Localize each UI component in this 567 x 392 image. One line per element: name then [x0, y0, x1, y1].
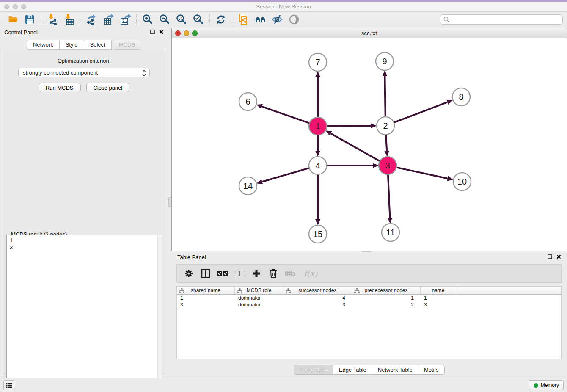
graph-edge-2-3[interactable] — [386, 135, 387, 151]
table-cell[interactable]: 3 — [421, 302, 456, 308]
search-input[interactable] — [440, 14, 563, 25]
float-table-panel-icon[interactable] — [548, 254, 552, 260]
import-network-icon[interactable] — [44, 13, 61, 26]
dropdown-stepper-icon — [142, 69, 146, 78]
zoom-out-icon[interactable] — [156, 13, 173, 26]
mcds-result-text[interactable]: 1 3 — [7, 235, 157, 392]
vertical-splitter-grip[interactable] — [168, 197, 171, 207]
table-cell[interactable]: 1 — [352, 295, 421, 301]
export-table-icon[interactable] — [100, 13, 117, 26]
close-table-panel-icon[interactable] — [556, 254, 561, 260]
tab-network-table[interactable]: Network Table — [372, 365, 418, 375]
function-builder-icon[interactable]: f(x) — [300, 266, 322, 281]
export-image-icon[interactable] — [117, 13, 134, 26]
close-panel-button[interactable]: Close panel — [86, 83, 130, 92]
graph-node-label-8: 8 — [459, 92, 463, 102]
toolbar-separator — [80, 14, 80, 25]
window-titlebar: Session: New Session — [0, 0, 567, 12]
column-header-label: predecessor nodes — [364, 287, 407, 293]
first-neighbors-icon[interactable] — [252, 13, 269, 26]
tab-style[interactable]: Style — [59, 40, 84, 50]
node-table-header: shared nameMCDS rolesuccessor nodesprede… — [177, 287, 561, 295]
network-canvas[interactable]: 7968124314101511 — [172, 38, 567, 251]
table-cell[interactable]: 4 — [284, 295, 352, 301]
result-scrollbar[interactable] — [157, 235, 162, 392]
save-session-icon[interactable] — [21, 13, 38, 26]
table-cell[interactable]: dominator — [235, 302, 284, 308]
float-panel-icon[interactable] — [150, 29, 155, 36]
tab-select[interactable]: Select — [84, 40, 112, 50]
table-cell[interactable]: 1 — [177, 295, 235, 301]
control-panel-tabs: Network Style Select MCDS — [0, 40, 168, 50]
hide-selected-icon[interactable] — [269, 13, 286, 26]
column-header-label: MCDS role — [247, 287, 272, 293]
node-table: shared nameMCDS rolesuccessor nodesprede… — [176, 286, 562, 359]
toolbar-separator — [136, 14, 137, 25]
table-row[interactable]: 1dominator411 — [177, 295, 561, 301]
table-cell[interactable]: 3 — [284, 302, 352, 308]
column-header-predecessor-nodes[interactable]: predecessor nodes — [352, 287, 421, 294]
graph-node-label-14: 14 — [243, 181, 253, 190]
graph-edge-3-1[interactable] — [330, 133, 379, 161]
deselect-all-icon[interactable] — [232, 266, 247, 281]
column-header-shared-name[interactable]: shared name — [177, 287, 235, 294]
graph-edge-1-2[interactable] — [327, 126, 371, 126]
add-column-icon[interactable] — [249, 266, 264, 281]
zoom-fit-icon[interactable] — [173, 13, 190, 26]
column-header-label: shared name — [191, 287, 220, 293]
graph-edge-3-11[interactable] — [388, 175, 390, 218]
graph-edge-1-6[interactable] — [262, 107, 309, 123]
tab-network[interactable]: Network — [27, 40, 59, 50]
table-row[interactable]: 3dominator323 — [177, 301, 561, 308]
memory-button[interactable]: Memory — [529, 380, 564, 390]
open-file-icon[interactable] — [4, 13, 21, 26]
clone-network-icon[interactable] — [235, 13, 252, 26]
toolbar-separator — [209, 14, 210, 25]
table-panel-header: Table Panel — [171, 252, 567, 262]
graph-edge-2-9[interactable] — [385, 76, 385, 116]
zoom-in-icon[interactable] — [139, 13, 156, 26]
network-graph: 7968124314101511 — [172, 38, 567, 251]
refresh-layout-icon[interactable] — [212, 13, 229, 26]
graph-edge-2-8[interactable] — [394, 102, 448, 122]
tab-mcds[interactable]: MCDS — [113, 40, 141, 50]
show-all-icon[interactable] — [286, 13, 303, 26]
table-cell[interactable]: 1 — [421, 295, 456, 301]
criterion-dropdown-value: strongly connected component — [23, 69, 98, 76]
table-toolbar: f(x) — [176, 264, 562, 283]
criterion-dropdown[interactable]: strongly connected component — [18, 68, 150, 77]
close-panel-icon[interactable] — [159, 29, 164, 36]
graph-edge-4-14[interactable] — [262, 168, 309, 182]
import-table-icon[interactable] — [61, 13, 77, 26]
tab-edge-table[interactable]: Edge Table — [333, 365, 372, 375]
delete-column-icon[interactable] — [266, 266, 281, 281]
select-all-icon[interactable] — [215, 266, 230, 281]
hierarchy-icon — [237, 288, 242, 295]
application-window: Session: New Session — [0, 0, 567, 392]
gear-icon[interactable] — [181, 266, 196, 281]
zoom-selected-icon[interactable] — [190, 13, 207, 26]
table-cell[interactable]: dominator — [235, 295, 284, 301]
search-container — [440, 14, 563, 25]
column-header-successor-nodes[interactable]: successor nodes — [284, 287, 352, 294]
column-header-name[interactable]: name — [421, 287, 456, 294]
status-list-icon[interactable] — [3, 380, 15, 390]
tab-motifs[interactable]: Motifs — [418, 365, 445, 375]
search-icon — [443, 16, 450, 24]
tab-node-table[interactable]: Node Table — [294, 365, 333, 375]
graph-node-label-4: 4 — [315, 161, 320, 170]
table-cell[interactable]: 2 — [352, 302, 421, 308]
export-network-icon[interactable] — [83, 13, 100, 26]
column-header-MCDS-role[interactable]: MCDS role — [235, 287, 284, 294]
column-header-label: name — [432, 287, 444, 293]
graph-edge-3-10[interactable] — [397, 168, 448, 179]
function-builder-label: f(x) — [304, 269, 318, 278]
run-mcds-button[interactable]: Run MCDS — [39, 83, 81, 92]
graph-node-label-7: 7 — [315, 58, 320, 67]
columns-icon[interactable] — [198, 266, 213, 281]
delete-table-icon[interactable] — [283, 266, 298, 281]
control-panel: Control Panel Network Style Select MCDS … — [0, 27, 168, 378]
graph-node-label-1: 1 — [315, 121, 320, 131]
table-cell[interactable]: 3 — [177, 302, 235, 308]
hierarchy-icon — [179, 288, 184, 295]
